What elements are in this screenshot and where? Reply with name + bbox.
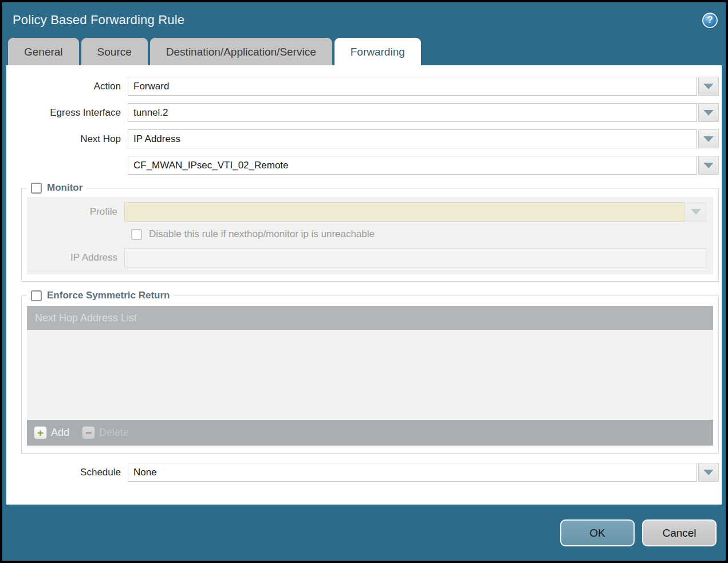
- schedule-label: Schedule: [17, 467, 121, 478]
- symmetric-return-section: Enforce Symmetric Return Next Hop Addres…: [21, 290, 719, 454]
- monitor-panel: Profile Disable this rule if nexthop/mon…: [27, 197, 713, 274]
- next-hop-label: Next Hop: [17, 133, 121, 145]
- egress-interface-select[interactable]: tunnel.2: [128, 103, 697, 122]
- monitor-profile-dropdown-button: [686, 203, 706, 222]
- schedule-row: Schedule None: [17, 463, 719, 482]
- disable-rule-label: Disable this rule if nexthop/monitor ip …: [149, 229, 375, 240]
- chevron-down-icon: [691, 209, 701, 215]
- monitor-legend: Monitor: [27, 182, 86, 194]
- chevron-down-icon: [703, 110, 714, 116]
- monitor-section: Monitor Profile Disable this rule if nex…: [21, 182, 719, 282]
- ok-button[interactable]: OK: [560, 519, 635, 546]
- action-row: Action Forward: [17, 77, 719, 96]
- dialog-titlebar: Policy Based Forwarding Rule ?: [2, 2, 726, 38]
- monitor-profile-select: [124, 202, 684, 222]
- symmetric-return-legend: Enforce Symmetric Return: [27, 290, 174, 301]
- help-icon[interactable]: ?: [702, 13, 718, 28]
- egress-interface-dropdown-button[interactable]: [698, 103, 719, 122]
- monitor-profile-row: Profile: [27, 202, 706, 222]
- next-hop-address-dropdown-button[interactable]: [698, 156, 719, 175]
- add-button-label: Add: [51, 427, 69, 439]
- action-label: Action: [17, 81, 121, 92]
- dialog-footer: OK Cancel: [2, 505, 726, 546]
- next-hop-row: Next Hop IP Address: [17, 129, 719, 148]
- next-hop-address-table: Next Hop Address List + Add − Delete: [27, 306, 713, 446]
- tab-bar: General Source Destination/Application/S…: [8, 38, 726, 65]
- next-hop-address-list-toolbar: + Add − Delete: [27, 420, 713, 446]
- monitor-ip-address-input: [124, 248, 706, 267]
- add-button[interactable]: + Add: [34, 426, 69, 439]
- chevron-down-icon: [703, 84, 714, 89]
- policy-based-forwarding-dialog: Policy Based Forwarding Rule ? General S…: [0, 0, 728, 563]
- tab-source[interactable]: Source: [81, 38, 148, 65]
- delete-button: − Delete: [82, 426, 129, 439]
- minus-icon: −: [82, 426, 95, 439]
- delete-button-label: Delete: [99, 427, 129, 439]
- next-hop-dropdown-button[interactable]: [698, 129, 719, 148]
- schedule-select[interactable]: None: [128, 463, 697, 482]
- next-hop-type-select[interactable]: IP Address: [128, 129, 697, 148]
- action-dropdown-button[interactable]: [698, 77, 719, 96]
- chevron-down-icon: [703, 163, 714, 168]
- tab-general[interactable]: General: [8, 38, 79, 65]
- next-hop-address-row: CF_MWAN_IPsec_VTI_02_Remote: [17, 156, 719, 175]
- egress-interface-row: Egress Interface tunnel.2: [17, 103, 719, 122]
- symmetric-return-legend-label: Enforce Symmetric Return: [47, 290, 170, 301]
- monitor-profile-label: Profile: [27, 206, 117, 218]
- cancel-button[interactable]: Cancel: [642, 519, 717, 546]
- egress-interface-label: Egress Interface: [17, 107, 121, 119]
- chevron-down-icon: [703, 136, 714, 142]
- enforce-symmetric-return-checkbox[interactable]: [31, 290, 42, 301]
- tab-destination-application-service[interactable]: Destination/Application/Service: [150, 38, 332, 65]
- forwarding-tab-content: Action Forward Egress Interface tunnel.2…: [6, 65, 722, 505]
- next-hop-address-list-header: Next Hop Address List: [27, 306, 713, 330]
- schedule-dropdown-button[interactable]: [698, 463, 719, 482]
- monitor-legend-label: Monitor: [47, 182, 82, 194]
- monitor-ip-address-row: IP Address: [27, 248, 706, 267]
- next-hop-address-list-body[interactable]: [27, 330, 713, 420]
- action-select[interactable]: Forward: [128, 77, 697, 96]
- plus-icon: +: [34, 426, 47, 439]
- dialog-title: Policy Based Forwarding Rule: [13, 13, 184, 27]
- disable-rule-checkbox: [131, 229, 142, 240]
- monitor-ip-address-label: IP Address: [27, 252, 117, 263]
- monitor-disable-rule-row: Disable this rule if nexthop/monitor ip …: [131, 229, 706, 240]
- monitor-checkbox[interactable]: [31, 183, 42, 194]
- next-hop-address-input[interactable]: CF_MWAN_IPsec_VTI_02_Remote: [128, 156, 697, 175]
- tab-forwarding[interactable]: Forwarding: [335, 38, 421, 65]
- chevron-down-icon: [703, 470, 714, 475]
